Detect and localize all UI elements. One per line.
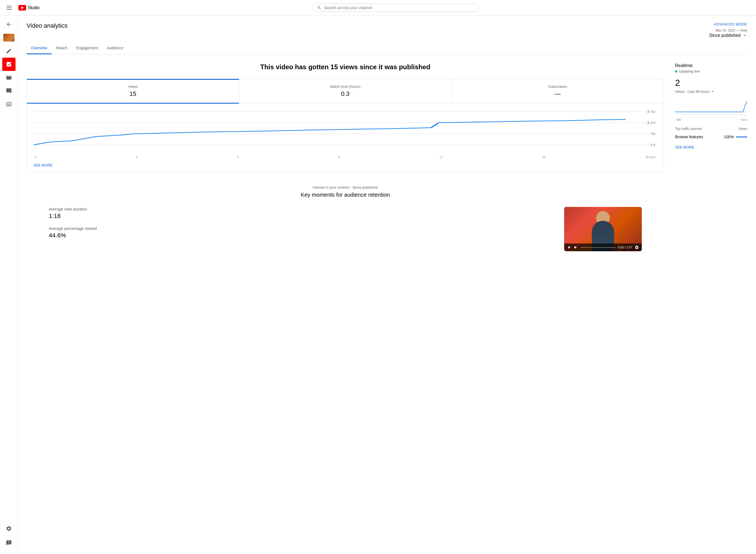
studio-label: Studio [28,5,39,10]
play-icon[interactable] [567,245,571,250]
search-icon [317,6,321,10]
key-moments-stats: Average view duration 1:18 Average perce… [49,207,551,246]
logo[interactable]: Studio [18,5,39,10]
metric-views[interactable]: Views 15 [27,79,239,103]
svg-text:0: 0 [651,143,655,147]
menu-icon[interactable] [4,4,14,12]
search-bar[interactable] [312,4,479,12]
sidebar-item-analytics[interactable] [2,58,15,71]
video-progress-fill [580,247,581,248]
edit-icon [6,48,12,54]
x-label-0: 0 [35,155,36,159]
sidebar-item-thumbnail[interactable] [2,31,15,44]
tabs: Overview Reach Engagement Audience [27,42,747,54]
sidebar-item-subtitles[interactable] [2,98,15,111]
see-more-button[interactable]: SEE MORE [34,163,53,167]
svg-text:10: 10 [646,121,655,124]
key-moments-layout: Average view duration 1:18 Average perce… [27,207,664,251]
sidebar-item-settings[interactable] [2,522,15,535]
realtime-chart [675,98,747,115]
back-icon [6,21,12,27]
metric-watchtime-value: 0.3 [246,90,445,98]
settings-video-icon[interactable] [635,245,639,250]
see-more-traffic-button[interactable]: SEE MORE [675,145,747,149]
video-progress-bar[interactable] [580,247,616,248]
traffic-row-browse: Browse features 100% [675,133,747,141]
stat-avg-pct: Average percentage viewed 44.6% [49,226,551,239]
x-label-12: 12 [439,155,443,159]
advanced-mode-button[interactable]: ADVANCED MODE [714,22,747,26]
tab-reach[interactable]: Reach [52,42,71,54]
metric-subscribers[interactable]: Subscribers — [452,79,664,103]
metric-views-label: Views [34,85,232,89]
traffic-value: 100% [723,134,734,139]
tab-engagement[interactable]: Engagement [72,42,103,54]
metric-views-value: 15 [34,90,232,98]
metric-subscribers-value: — [458,90,657,98]
traffic-sources-header: Top traffic sources Views [675,127,747,131]
stat-avg-duration: Average view duration 1:18 [49,207,551,220]
realtime-count: 2 [675,78,747,88]
x-label-6: 6 [237,155,239,159]
x-label-9: 9 [338,155,340,159]
live-label: Updating live [679,69,700,73]
axis-right: Now [741,118,747,121]
svg-text:5: 5 [651,132,655,135]
live-dot [675,70,677,72]
realtime-axis: -48h Now [675,118,747,121]
realtime-live-status: Updating live [675,69,747,73]
volume-icon[interactable] [573,245,578,250]
date-range-value: Since published [709,33,741,38]
x-label-18: 18 days [645,155,656,159]
traffic-bar-container: 100% [723,134,747,139]
traffic-source-name: Browse features [675,134,703,139]
top-navigation: Studio [0,0,756,15]
main-content: Video analytics ADVANCED MODE Mar 24, 20… [18,15,756,554]
stat-avg-pct-label: Average percentage viewed [49,226,551,231]
date-selector: Mar 24, 2022 — Now Since published [709,29,747,38]
sidebar-item-back[interactable] [2,18,15,31]
comments-icon [6,88,12,94]
video-controls: 0:00 / 2:57 [564,243,642,251]
video-preview: 0:00 / 2:57 [564,207,642,251]
date-range-dropdown[interactable]: Since published [709,33,747,38]
traffic-views-label: Views [738,127,747,131]
youtube-icon [18,5,26,10]
stats-headline: This video has gotten 15 views since it … [27,63,664,71]
sidebar-item-comments[interactable] [2,84,15,98]
metrics-row: Views 15 Watch time (hours) 0.3 Subscrib… [27,79,664,103]
metric-watchtime[interactable]: Watch time (hours) 0.3 [239,79,452,103]
x-label-3: 3 [136,155,138,159]
sidebar [0,15,18,554]
stat-avg-pct-value: 44.6% [49,232,551,239]
analytics-icon [6,61,12,67]
chart-svg: 15 10 5 0 [34,109,657,153]
page-title: Video analytics [27,22,68,30]
video-time: 0:00 / 2:57 [618,246,633,249]
search-input[interactable] [324,6,474,10]
traffic-bar [736,136,747,137]
x-label-15: 15 [542,155,546,159]
realtime-title: Realtime [675,63,747,68]
page-header: Video analytics ADVANCED MODE Mar 24, 20… [27,22,747,40]
sidebar-item-edit[interactable] [2,44,15,58]
key-moments-title: Key moments for audience retention [27,192,664,198]
tab-overview[interactable]: Overview [27,42,52,54]
realtime-subtitle[interactable]: Views · Last 48 hours [675,89,747,94]
dropdown-icon [711,89,715,94]
axis-left: -48h [675,118,681,121]
sidebar-item-video[interactable] [2,71,15,84]
chevron-down-icon [742,33,747,38]
tab-audience[interactable]: Audience [103,42,128,54]
key-moments-section: Interest in your content · Since publish… [27,185,664,251]
subtitles-icon [6,101,12,107]
sidebar-item-feedback[interactable] [2,536,15,550]
stat-avg-duration-label: Average view duration [49,207,551,211]
svg-text:15: 15 [646,110,655,113]
realtime-panel: Realtime Updating live 2 Views · Last 48… [675,63,747,251]
date-range-label: Mar 24, 2022 — Now [716,29,747,33]
key-moments-subtitle: Interest in your content · Since publish… [27,185,664,189]
realtime-subtitle-text: Views · Last 48 hours [675,90,709,94]
metric-subscribers-label: Subscribers [458,85,657,89]
traffic-sources-label: Top traffic sources [675,127,702,131]
